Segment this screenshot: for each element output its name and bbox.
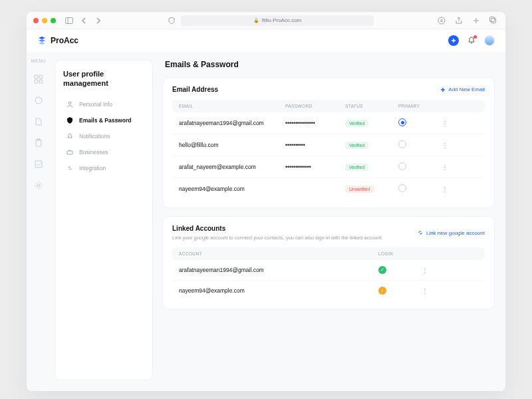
maximize-window-icon[interactable] <box>51 18 56 23</box>
primary-cell[interactable] <box>398 184 438 194</box>
app-name: ProAcc <box>51 36 78 45</box>
rail-settings-icon[interactable] <box>33 180 44 191</box>
svg-rect-8 <box>39 80 43 83</box>
email-row: hello@filllo.com••••••••••Verified⋮ <box>172 134 485 156</box>
shield-icon[interactable] <box>166 15 177 26</box>
linked-row: nayeem94@example.com!⋮ <box>172 281 485 301</box>
login-cell: ! <box>378 287 418 295</box>
email-cell: arafatnayeeman1994@gmail.com <box>179 120 285 126</box>
rail-circle-icon[interactable] <box>33 95 44 106</box>
status-badge: Verified <box>345 164 368 171</box>
email-cell: nayeem94@example.com <box>179 186 285 192</box>
email-cell: hello@filllo.com <box>179 142 285 148</box>
add-new-email-label: Add New Email <box>448 86 485 92</box>
svg-rect-3 <box>491 18 496 23</box>
forward-icon[interactable] <box>93 15 104 26</box>
download-icon[interactable] <box>436 15 447 26</box>
rail-check-icon[interactable] <box>33 159 44 170</box>
primary-radio[interactable] <box>398 140 406 148</box>
nav-label: Personal Info <box>79 101 112 108</box>
back-icon[interactable] <box>78 15 89 26</box>
nav-notifications[interactable]: Notifications <box>63 128 144 144</box>
svg-rect-12 <box>35 161 42 168</box>
status-cell: Verified <box>345 120 398 127</box>
row-menu-icon[interactable]: ⋮ <box>438 164 452 171</box>
status-badge: Verified <box>345 142 368 149</box>
primary-radio[interactable] <box>398 162 406 170</box>
add-new-email-button[interactable]: Add New Email <box>440 86 485 92</box>
login-cell: ✓ <box>378 266 418 274</box>
notifications-icon[interactable] <box>467 36 476 45</box>
page-title: Emails & Password <box>162 60 495 69</box>
linked-card-title: Linked Accounts <box>172 225 383 232</box>
svg-point-13 <box>37 184 40 187</box>
url-bar[interactable]: 🔒 filllo-ProAcc.com <box>181 15 374 26</box>
link-icon <box>417 230 424 235</box>
tabs-icon[interactable] <box>488 15 499 26</box>
app-logo[interactable]: ProAcc <box>37 36 78 45</box>
col-email: Email <box>179 104 285 108</box>
email-row: arafatnayeeman1994@gmail.com••••••••••••… <box>172 112 485 134</box>
user-avatar[interactable] <box>484 35 495 46</box>
rail-clipboard-icon[interactable] <box>33 138 44 148</box>
minimize-window-icon[interactable] <box>42 18 47 23</box>
lock-icon: 🔒 <box>253 18 259 23</box>
email-row: nayeem94@example.comUnverified⋮ <box>172 178 485 200</box>
account-cell: nayeem94@example.com <box>179 287 378 294</box>
svg-point-14 <box>68 102 71 104</box>
col-status: Status <box>345 104 398 108</box>
row-menu-icon[interactable]: ⋮ <box>438 120 452 127</box>
nav-integration[interactable]: Integration <box>63 160 144 176</box>
nav-label: Businesses <box>79 149 108 156</box>
rail-dashboard-icon[interactable] <box>33 74 44 84</box>
close-window-icon[interactable] <box>33 18 39 23</box>
primary-radio[interactable] <box>398 118 406 126</box>
primary-cell[interactable] <box>398 140 438 150</box>
nav-personal-info[interactable]: Personal Info <box>63 96 144 112</box>
link-google-label: Link new google account <box>426 230 485 236</box>
share-icon[interactable] <box>454 15 464 26</box>
add-button[interactable] <box>448 35 459 46</box>
row-menu-icon[interactable]: ⋮ <box>438 186 452 193</box>
user-icon <box>66 100 74 108</box>
email-row: arafat_nayeem@example.com•••••••••••••Ve… <box>172 156 485 178</box>
primary-radio[interactable] <box>398 184 406 192</box>
primary-cell[interactable] <box>398 162 438 172</box>
plus-icon <box>440 87 446 92</box>
col-login: Login <box>378 251 418 256</box>
bell-icon <box>66 132 74 140</box>
status-badge: Unverified <box>345 186 374 193</box>
svg-point-9 <box>35 97 42 104</box>
status-badge: Verified <box>345 120 368 127</box>
password-cell: •••••••••• <box>285 142 345 148</box>
login-status-icon: ✓ <box>378 266 386 274</box>
new-tab-icon[interactable] <box>471 15 481 26</box>
primary-cell[interactable] <box>398 118 438 128</box>
status-cell: Verified <box>345 142 398 149</box>
linked-card-subtitle: Link your google account to connect your… <box>172 235 383 241</box>
status-cell: Verified <box>345 164 398 171</box>
rail-label: MENU <box>31 59 47 63</box>
link-google-button[interactable]: Link new google account <box>417 230 485 236</box>
shield-filled-icon <box>66 116 74 124</box>
row-menu-icon[interactable]: ⋮ <box>418 287 432 295</box>
nav-businesses[interactable]: Businesses <box>63 144 144 160</box>
email-cell: arafat_nayeem@example.com <box>179 164 285 170</box>
linked-row: arafatnayeeman1994@gmail.com✓⋮ <box>172 260 485 281</box>
sidebar-toggle-icon[interactable] <box>64 15 74 26</box>
rail-file-icon[interactable] <box>33 116 44 127</box>
side-rail: MENU <box>27 52 51 391</box>
linked-table-header: Account Login <box>172 247 485 260</box>
row-menu-icon[interactable]: ⋮ <box>438 142 452 149</box>
col-primary: Primary <box>398 104 438 108</box>
row-menu-icon[interactable]: ⋮ <box>418 267 432 274</box>
svg-rect-15 <box>67 151 72 154</box>
password-cell: ••••••••••••• <box>285 164 345 170</box>
window-controls[interactable] <box>33 18 56 23</box>
password-cell: ••••••••••••••• <box>285 120 345 126</box>
nav-emails-password[interactable]: Emails & Password <box>63 112 144 128</box>
linked-accounts-card: Linked Accounts Link your google account… <box>162 216 495 309</box>
url-text: filllo-ProAcc.com <box>262 17 302 23</box>
email-card: Email Address Add New Email Email Passwo… <box>162 77 495 208</box>
col-account: Account <box>179 251 378 256</box>
